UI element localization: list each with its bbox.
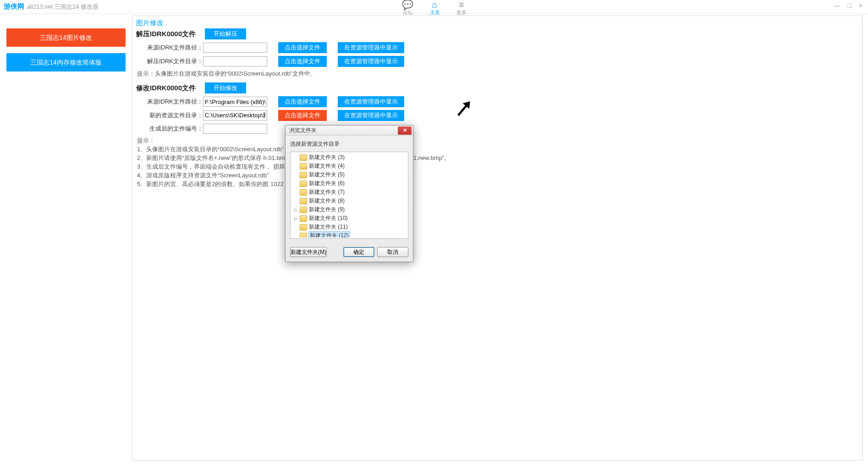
sidebar: 三国志14图片修改 三国志14内存修改简体版: [0, 14, 132, 466]
nav-home[interactable]: ⌂ 主页: [430, 0, 440, 16]
tip-2: 2、新图片请使用“原版文件名+.new”的形式保存 h.01.bmp”，修改后的…: [137, 154, 858, 162]
window-titlebar: 游侠网 ali213.net 三国志14 修改器 💬 论坛 ⌂ 主页 ≡ 更多 …: [0, 0, 868, 14]
extract-src-label: 来源IDRK文件路径：: [143, 44, 203, 52]
extract-start-button[interactable]: 开始解压: [205, 28, 246, 39]
nav-forum[interactable]: 💬 论坛: [402, 0, 413, 16]
folder-icon: [300, 163, 307, 170]
tip-3: 3、生成后文件编号，界面端会自动检查现有文件， 损坏，并且修改前自动保存索引文件…: [137, 163, 858, 171]
window-title: ali213.net 三国志14 修改器: [27, 3, 99, 11]
dialog-message: 选择新资源文件目录: [290, 140, 408, 148]
modify-start-button[interactable]: 开始修改: [205, 82, 246, 93]
extract-header: 解压IDRK0000文件: [136, 30, 205, 38]
nav-forum-label: 论坛: [402, 9, 413, 16]
tree-expander-icon[interactable]: ▷: [293, 208, 298, 212]
modify-res-input[interactable]: [203, 110, 267, 121]
folder-name: 新建文件夹 (11): [309, 223, 348, 231]
app-logo: 游侠网: [4, 2, 24, 11]
dialog-titlebar[interactable]: 浏览文件夹 ✕: [286, 126, 413, 136]
folder-icon: [300, 215, 307, 222]
folder-tree-item[interactable]: 新建文件夹 (12): [291, 231, 408, 237]
folder-tree-item[interactable]: 新建文件夹 (11): [291, 223, 408, 231]
modify-res-label: 新的资源文件目录：: [143, 111, 203, 120]
sidebar-btn-image-mod[interactable]: 三国志14图片修改: [6, 28, 126, 47]
extract-src-input[interactable]: [203, 43, 267, 53]
extract-src-explorer-button[interactable]: 在资源管理器中显示: [338, 42, 404, 53]
folder-name: 新建文件夹 (8): [309, 197, 345, 205]
sidebar-btn-memory-mod[interactable]: 三国志14内存修改简体版: [6, 53, 126, 71]
folder-name: 新建文件夹 (4): [309, 162, 345, 170]
tip-header: 提示：: [137, 137, 858, 145]
folder-name: 新建文件夹 (10): [309, 214, 348, 222]
extract-dst-input[interactable]: [203, 56, 267, 66]
folder-icon: [300, 181, 307, 187]
folder-tree-item[interactable]: 新建文件夹 (3): [291, 153, 408, 162]
modify-res-choose-button[interactable]: 点击选择文件: [278, 110, 327, 121]
top-nav: 💬 论坛 ⌂ 主页 ≡ 更多: [388, 0, 480, 14]
svg-line-0: [458, 105, 467, 115]
tree-expander-icon[interactable]: ▷: [293, 216, 298, 221]
folder-icon: [300, 198, 307, 204]
nav-more-label: 更多: [456, 9, 467, 16]
folder-name: 新建文件夹 (3): [309, 154, 345, 161]
tip-4: 4、游戏原版程序支持资源文件“ScreenLayout.rdb”: [137, 171, 858, 180]
dialog-newfolder-button[interactable]: 新建文件夹(M): [290, 247, 327, 257]
modify-src-label: 来源IDRK文件路径：: [143, 98, 203, 106]
extract-hint: 提示：头像图片在游戏安装目录的“0002\ScreenLayout.rdb”文件…: [137, 70, 858, 78]
folder-tree-item[interactable]: 新建文件夹 (5): [291, 170, 408, 179]
tip-1: 1、头像图片在游戏安装目录的“0002\ScreenLayout.rdb”: [137, 145, 858, 154]
dialog-title: 浏览文件夹: [289, 126, 317, 134]
folder-icon: [300, 207, 307, 213]
nav-home-label: 主页: [430, 9, 440, 16]
modify-out-input[interactable]: [203, 124, 267, 134]
browse-folder-dialog: 浏览文件夹 ✕ 选择新资源文件目录 新建文件夹 (3)新建文件夹 (4)新建文件…: [285, 125, 413, 262]
folder-tree-item[interactable]: 新建文件夹 (4): [291, 162, 408, 170]
folder-icon: [300, 189, 307, 196]
window-controls[interactable]: — □ ×: [834, 2, 865, 9]
extract-dst-explorer-button[interactable]: 在资源管理器中显示: [338, 56, 404, 67]
dialog-ok-button[interactable]: 确定: [343, 247, 374, 257]
nav-more[interactable]: ≡ 更多: [456, 0, 467, 16]
dialog-close-button[interactable]: ✕: [398, 126, 412, 135]
folder-tree-scroll[interactable]: 新建文件夹 (3)新建文件夹 (4)新建文件夹 (5)新建文件夹 (6)新建文件…: [291, 153, 408, 237]
more-icon: ≡: [456, 0, 467, 9]
folder-icon: [300, 154, 307, 161]
modify-res-explorer-button[interactable]: 在资源管理器中显示: [338, 110, 404, 121]
forum-icon: 💬: [402, 0, 413, 9]
dialog-cancel-button[interactable]: 取消: [377, 247, 408, 257]
home-icon: ⌂: [430, 0, 440, 9]
folder-name: 新建文件夹 (12): [309, 232, 350, 237]
folder-tree-item[interactable]: 新建文件夹 (7): [291, 188, 408, 197]
modify-src-choose-button[interactable]: 点击选择文件: [278, 96, 327, 107]
section-image-mod-title: 图片修改: [136, 19, 858, 27]
folder-name: 新建文件夹 (5): [309, 171, 345, 179]
modify-src-input[interactable]: [203, 97, 267, 107]
folder-tree-item[interactable]: ▷新建文件夹 (10): [291, 214, 408, 223]
modify-out-label: 生成后的文件编号：: [143, 125, 203, 133]
folder-icon: [300, 224, 307, 230]
folder-tree-item[interactable]: 新建文件夹 (8): [291, 197, 408, 205]
folder-tree-item[interactable]: 新建文件夹 (6): [291, 179, 408, 188]
extract-dst-label: 解压IDRK文件目录：: [143, 57, 203, 66]
modify-src-explorer-button[interactable]: 在资源管理器中显示: [338, 96, 404, 107]
modify-header: 修改IDRK0000文件: [136, 84, 205, 93]
content-panel: 图片修改 解压IDRK0000文件 开始解压 来源IDRK文件路径： 点击选择文…: [132, 16, 863, 461]
folder-tree: 新建文件夹 (3)新建文件夹 (4)新建文件夹 (5)新建文件夹 (6)新建文件…: [290, 152, 408, 239]
modify-tips: 提示： 1、头像图片在游戏安装目录的“0002\ScreenLayout.rdb…: [137, 137, 858, 188]
extract-dst-choose-button[interactable]: 点击选择文件: [278, 56, 327, 67]
tip-5: 5、新图片的宽、高必须要是2的倍数。如果你的图 1022: [137, 180, 858, 188]
folder-name: 新建文件夹 (9): [309, 206, 345, 214]
extract-src-choose-button[interactable]: 点击选择文件: [278, 42, 327, 53]
folder-icon: [300, 172, 307, 178]
folder-name: 新建文件夹 (7): [309, 188, 345, 196]
folder-icon: [300, 233, 307, 238]
folder-tree-item[interactable]: ▷新建文件夹 (9): [291, 205, 408, 214]
folder-name: 新建文件夹 (6): [309, 180, 345, 187]
